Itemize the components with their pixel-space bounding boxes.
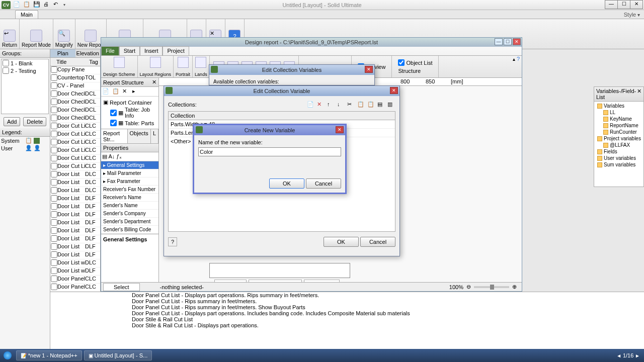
list-item[interactable]: Door ListDLF [50,211,100,219]
property-category[interactable]: Sender's Department [101,218,158,226]
cancel-button[interactable]: Cancel [360,237,395,247]
property-category[interactable]: Sender's Company [101,210,158,218]
tab-l[interactable]: L [151,129,158,143]
tab-objects[interactable]: Objects [128,129,151,143]
list-item[interactable]: Door Panel Cut L...CLC [50,276,100,284]
taskbar-item[interactable]: 📝 *new 1 - Notepad++ [16,350,82,360]
props-sort-icon[interactable]: A↓ [108,153,115,159]
list-item[interactable]: Door ListDLF [50,243,100,251]
file-tab[interactable]: File [101,46,119,55]
property-category[interactable]: ▸ Mail Parameter [101,169,158,177]
magnify-icon[interactable]: 🔍 [58,30,70,42]
list-item[interactable]: Door List w/Ope...DLF [50,267,100,276]
qa-dropdown-icon[interactable]: ▾ [63,3,65,7]
start-button[interactable] [0,349,15,362]
close-icon[interactable]: ✕ [365,66,373,73]
window-close[interactable]: ✕ [630,0,643,9]
insert-tab[interactable]: Insert [140,46,163,55]
tree-icon[interactable]: ▥ [387,101,394,108]
zoom-slider[interactable] [474,286,509,288]
list-item[interactable]: Door ListDLC [50,187,100,195]
close-icon[interactable]: ✕ [336,126,344,133]
tab-main[interactable]: Main [15,10,38,19]
new-report-icon[interactable] [85,30,97,42]
list-item[interactable]: Countertop ListTOL [50,74,100,82]
inner-close[interactable]: ✕ [513,38,521,45]
add-button[interactable]: Add [4,117,21,126]
layout-regions-icon[interactable] [150,57,161,68]
project-tab[interactable]: Project [163,46,189,55]
help-icon[interactable]: ? [168,237,177,246]
list-item[interactable]: Door Check ListDCL [50,99,100,107]
props-fx-icon[interactable]: ƒₓ [116,153,122,159]
tree-icon[interactable]: ▤ [377,101,384,108]
list-item[interactable]: Door Cut ListCLC [50,123,100,131]
tree-node[interactable]: Sum variables [595,161,642,168]
qa-icon-4[interactable]: 🖨 [43,1,51,9]
list-item[interactable]: Door ListDLF [50,251,100,259]
taskbar-item[interactable]: ▣ Untitled [Layout] - S... [84,350,152,360]
zoom-in-icon[interactable]: ⊕ [512,284,517,290]
inner-max[interactable]: ☐ [504,38,512,45]
tab-report-str[interactable]: Report Str... [101,129,128,143]
property-category[interactable]: ▸ General Settings [101,161,158,169]
list-item[interactable]: Door Check ListDCL [50,107,100,115]
list-item[interactable]: Door ListDLF [50,195,100,203]
dock-close-icon[interactable]: ✕ [637,88,641,100]
list-item[interactable]: Door ListDLC [50,179,100,187]
list-item[interactable]: Door Check ListDCL [50,90,100,99]
delete-icon[interactable]: ✕ [317,101,324,108]
props-cat-icon[interactable]: ▤ [102,153,107,159]
dock-close-icon[interactable]: ✕ [152,79,156,85]
property-category[interactable]: Receiver's Name [101,194,158,202]
list-item[interactable]: Door Panel Cut L...CLC [50,284,100,292]
up-icon[interactable]: ↑ [327,101,334,108]
list-item[interactable]: Door ListDLF [50,235,100,243]
window-maximize[interactable]: ☐ [617,0,630,9]
ok-button[interactable]: OK [324,237,359,247]
tree-node[interactable]: LL [595,109,642,116]
tree-icon[interactable]: 📄 [102,88,109,95]
list-item[interactable]: Door Cut ListCLC [50,139,100,147]
elevation-toggle[interactable]: Elevation [75,49,101,57]
property-category[interactable]: ▸ Fax Parameter [101,177,158,186]
tree-node[interactable]: Variables [595,103,642,109]
close-icon[interactable]: ✕ [390,87,398,94]
list-item[interactable]: Door ListDLF [50,227,100,235]
list-item[interactable]: Door Cut ListCLC [50,147,100,155]
window-minimize[interactable]: — [605,0,618,9]
tree-icon[interactable]: 📋 [112,88,119,95]
plan-toggle[interactable]: Plan [50,49,75,57]
tree-node[interactable]: RunCounter [595,129,642,135]
new-icon[interactable]: 📄 [307,101,314,108]
list-item[interactable]: CV - Panel Stock... [50,82,100,90]
copy-icon[interactable]: 📋 [357,101,364,108]
cancel-button[interactable]: Cancel [306,178,341,189]
report-mode-icon[interactable] [30,30,42,42]
variable-name-input[interactable] [198,147,341,156]
start-tab[interactable]: Start [119,46,140,55]
list-item[interactable]: Door List w/NotesDLC [50,259,100,267]
return-icon[interactable]: ↩ [4,30,16,42]
tree-node[interactable]: Project variables [595,135,642,142]
down-icon[interactable]: ↓ [337,101,344,108]
property-category[interactable]: Sender's Name [101,202,158,210]
paste-icon[interactable]: 📋 [367,101,374,108]
inner-min[interactable]: — [495,38,503,45]
tree-node[interactable]: KeyName [595,116,642,122]
qa-icon-2[interactable]: 📋 [23,1,31,9]
list-item[interactable]: Copy Panel Stoc.. [50,66,100,74]
tree-node[interactable]: User variables [595,155,642,161]
list-item[interactable]: Door Cut ListCLC [50,131,100,139]
portrait-icon[interactable] [178,57,189,68]
list-item[interactable]: Door ListDLF [50,219,100,227]
tree-node[interactable]: ReportName [595,122,642,129]
qa-icon-5[interactable]: ↶ [53,1,61,9]
list-item[interactable]: Door Cut ListCLC [50,155,100,163]
object-list-checkbox[interactable] [398,59,405,66]
qa-icon-3[interactable]: 💾 [33,1,41,9]
system-tray[interactable]: ◄ 1/16 ► [612,352,644,358]
group-item[interactable]: 2 - Testing [2,67,48,74]
zoom-out-icon[interactable]: ⊖ [466,284,471,290]
list-item[interactable]: Door Check ListDCL [50,115,100,123]
